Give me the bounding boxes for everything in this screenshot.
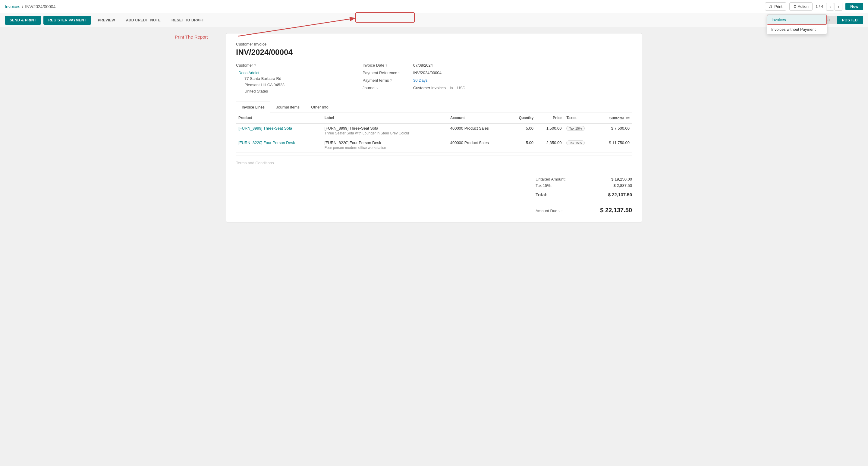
invoice-table: Product Label Account Quantity Price Tax…: [236, 113, 632, 153]
tabs: Invoice Lines Journal Items Other Info: [236, 101, 632, 113]
row2-product: [FURN_8220] Four Person Desk: [236, 138, 322, 153]
invoice-header: Customer Invoice INV/2024/00004: [236, 42, 632, 57]
next-arrow[interactable]: ›: [835, 3, 842, 10]
tab-other-info[interactable]: Other Info: [305, 101, 334, 113]
total-label: Total:: [535, 192, 548, 197]
top-nav: Invoices / INV/2024/00004 🖨 Print ⚙ Acti…: [0, 0, 868, 13]
payment-terms-help[interactable]: ?: [390, 79, 392, 82]
row2-product-link[interactable]: [FURN_8220] Four Person Desk: [239, 141, 295, 145]
tab-invoice-lines[interactable]: Invoice Lines: [236, 101, 270, 113]
row2-quantity: 5.00: [508, 138, 536, 153]
col-account: Account: [448, 113, 509, 124]
col-quantity: Quantity: [508, 113, 536, 124]
payment-terms-field: Payment terms ? 30 Days: [363, 78, 632, 83]
payment-terms-label: Payment terms ?: [363, 78, 411, 83]
journal-help[interactable]: ?: [376, 86, 378, 90]
invoice-number: INV/2024/00004: [236, 48, 632, 57]
add-credit-note-button[interactable]: ADD CREDIT NOTE: [122, 16, 165, 25]
row1-product-link[interactable]: [FURN_8999] Three-Seat Sofa: [239, 126, 292, 130]
send-print-button[interactable]: SEND & PRINT: [5, 16, 41, 25]
top-nav-right: 🖨 Print ⚙ Action 1 / 4 ‹ › New Invoices …: [765, 2, 863, 10]
col-price: Price: [536, 113, 564, 124]
row1-price: 1,500.00: [536, 124, 564, 138]
row2-tax-badge: Tax 15%: [566, 141, 584, 145]
customer-field: Customer ?: [236, 63, 344, 67]
breadcrumb-current: INV/2024/00004: [25, 4, 56, 9]
customer-address: 77 Santa Barbara Rd Pleasant Hill CA 945…: [239, 76, 344, 94]
customer-label-text: Customer: [236, 63, 253, 67]
action-button[interactable]: ⚙ Action: [789, 2, 812, 10]
terms-section: Terms and Conditions: [236, 156, 632, 170]
journal-label: Journal ?: [363, 86, 411, 90]
address-line1: 77 Santa Barbara Rd: [244, 76, 344, 82]
row2-label-main: [FURN_8220] Four Person Desk: [324, 141, 445, 145]
payment-ref-field: Payment Reference ? INV/2024/00004: [363, 70, 632, 75]
row2-tax: Tax 15%: [564, 138, 596, 153]
nav-arrows: ‹ ›: [826, 3, 842, 10]
new-button[interactable]: New: [845, 3, 863, 10]
print-icon: 🖨: [769, 4, 773, 9]
column-adjust-icon[interactable]: ⇌: [626, 116, 629, 120]
preview-button[interactable]: PREVIEW: [93, 16, 119, 25]
register-payment-button[interactable]: REGISTER PAYMENT: [43, 16, 91, 25]
print-dropdown-item-invoices-no-payment[interactable]: Invoices without Payment: [767, 25, 827, 34]
journal-field: Journal ? Customer Invoices in USD: [363, 86, 632, 90]
action-label: ⚙ Action: [793, 4, 809, 9]
breadcrumb: Invoices / INV/2024/00004: [5, 4, 56, 9]
nav-counter: 1 / 4: [815, 4, 823, 9]
tab-journal-items[interactable]: Journal Items: [270, 101, 305, 113]
col-product: Product: [236, 113, 322, 124]
amount-due-value: $ 22,137.50: [600, 207, 632, 214]
reset-to-draft-button[interactable]: RESET TO DRAFT: [167, 16, 208, 25]
table-row: [FURN_8220] Four Person Desk [FURN_8220]…: [236, 138, 632, 153]
invoice-meta: Customer ? Deco Addict 77 Santa Barbara …: [236, 63, 632, 94]
customer-help-icon[interactable]: ?: [254, 64, 256, 67]
payment-ref-help[interactable]: ?: [398, 71, 400, 75]
row2-label-desc: Four person modern office workstation: [324, 146, 445, 150]
prev-arrow[interactable]: ‹: [826, 3, 834, 10]
currency-value: USD: [457, 86, 465, 90]
print-dropdown-item-invoices[interactable]: Invoices: [767, 15, 827, 25]
breadcrumb-parent[interactable]: Invoices: [5, 4, 20, 9]
invoice-date-value: 07/08/2024: [413, 63, 433, 67]
tax-row: Tax 15%: $ 2,887.50: [535, 182, 632, 189]
action-bar-left: SEND & PRINT REGISTER PAYMENT PREVIEW AD…: [5, 16, 812, 25]
amount-due-label-text: Amount Due: [535, 209, 557, 213]
terms-label: Terms and Conditions: [236, 161, 274, 165]
customer-name-link[interactable]: Deco Addict: [239, 70, 259, 75]
print-label: Print: [774, 4, 782, 9]
untaxed-label: Untaxed Amount:: [535, 177, 566, 182]
tax-label: Tax 15%:: [535, 183, 552, 188]
subtotal-header-text: Subtotal: [610, 116, 624, 120]
invoice-date-help[interactable]: ?: [385, 64, 387, 67]
print-button[interactable]: 🖨 Print: [765, 2, 786, 10]
invoice-type: Customer Invoice: [236, 42, 632, 46]
journal-value: Customer Invoices: [413, 86, 446, 90]
totals-table: Untaxed Amount: $ 19,250.00 Tax 15%: $ 2…: [535, 176, 632, 198]
customer-label: Customer ?: [236, 63, 256, 67]
breadcrumb-separator: /: [22, 4, 23, 9]
amount-due-help-icon[interactable]: ?: [558, 209, 560, 213]
table-row: [FURN_8999] Three-Seat Sofa [FURN_8999] …: [236, 124, 632, 138]
meta-left: Customer ? Deco Addict 77 Santa Barbara …: [236, 63, 344, 94]
totals-section: Untaxed Amount: $ 19,250.00 Tax 15%: $ 2…: [236, 170, 632, 198]
row1-label-desc: Three Seater Sofa with Lounger in Steel …: [324, 131, 445, 135]
amount-due-row: Amount Due ? : $ 22,137.50: [535, 207, 632, 214]
row1-account: 400000 Product Sales: [448, 124, 509, 138]
invoice-date-label: Invoice Date ?: [363, 63, 411, 67]
untaxed-row: Untaxed Amount: $ 19,250.00: [535, 176, 632, 182]
payment-ref-label: Payment Reference ?: [363, 70, 411, 75]
action-bar: SEND & PRINT REGISTER PAYMENT PREVIEW AD…: [0, 13, 868, 27]
main-content: Customer Invoice INV/2024/00004 Customer…: [0, 27, 868, 228]
payment-terms-value: 30 Days: [413, 78, 428, 83]
address-line2: Pleasant Hill CA 94523: [244, 82, 344, 88]
print-dropdown: Invoices Invoices without Payment: [767, 14, 827, 34]
amount-due-table: Amount Due ? : $ 22,137.50: [535, 207, 632, 214]
invoice-card: Customer Invoice INV/2024/00004 Customer…: [226, 33, 642, 222]
row1-label: [FURN_8999] Three-Seat Sofa Three Seater…: [322, 124, 448, 138]
row1-subtotal: $ 7,500.00: [596, 124, 632, 138]
row2-subtotal: $ 11,750.00: [596, 138, 632, 153]
col-taxes: Taxes: [564, 113, 596, 124]
status-posted-badge: POSTED: [837, 16, 863, 24]
row1-tax: Tax 15%: [564, 124, 596, 138]
